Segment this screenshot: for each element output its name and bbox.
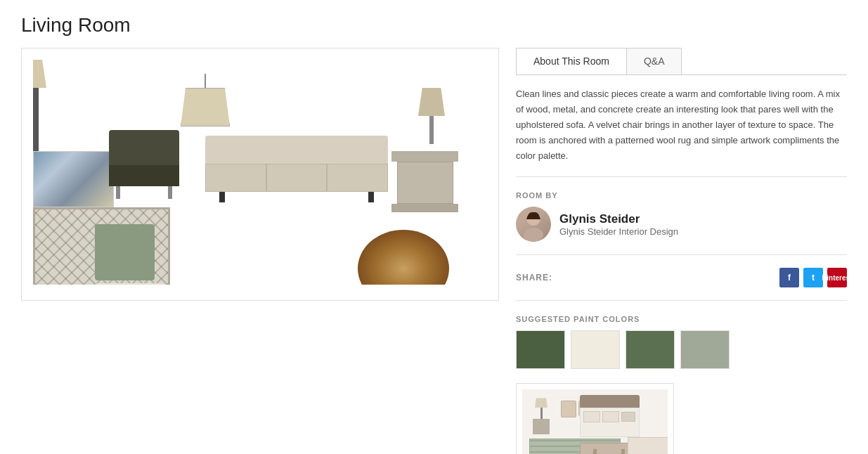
page-title: Living Room	[21, 14, 847, 37]
designer-info: Glynis Steider Glynis Steider Interior D…	[559, 212, 678, 237]
designer-company: Glynis Steider Interior Design	[559, 226, 678, 237]
room-by-label: ROOM BY	[516, 191, 847, 200]
mini-chair-bed	[628, 437, 668, 454]
room-description: Clean lines and classic pieces create a …	[516, 86, 847, 177]
moodboard-panel	[21, 48, 499, 301]
moodboard-inner	[33, 60, 487, 285]
share-label: SHARE:	[516, 273, 552, 283]
facebook-share-button[interactable]: f	[779, 268, 799, 287]
paint-section: SUGGESTED PAINT COLORS	[516, 315, 847, 369]
mini-bed	[580, 395, 640, 437]
right-panel: About This Room Q&A Clean lines and clas…	[516, 48, 847, 454]
avatar-placeholder	[516, 207, 551, 242]
tab-about[interactable]: About This Room	[516, 48, 627, 74]
paint-swatch-medium-green[interactable]	[626, 330, 675, 369]
paint-swatch-cream[interactable]	[571, 330, 620, 369]
share-buttons: f t Pinterest	[779, 268, 847, 287]
side-table-icon	[391, 151, 458, 212]
floor-lamp-icon	[33, 60, 39, 151]
twitter-share-button[interactable]: t	[803, 268, 823, 287]
paint-swatches	[516, 330, 847, 369]
designer-avatar	[516, 207, 551, 242]
table-lamp-icon	[418, 88, 445, 144]
sofa-icon	[205, 136, 388, 202]
paint-swatch-sage-grey[interactable]	[680, 330, 730, 369]
svg-point-1	[524, 228, 543, 242]
designer-name[interactable]: Glynis Steider	[559, 212, 678, 226]
related-room-thumbnail[interactable]	[516, 383, 674, 454]
designer-row: Glynis Steider Glynis Steider Interior D…	[516, 207, 847, 242]
room-by-section: ROOM BY Glynis Ste	[516, 191, 847, 255]
tabs-container: About This Room Q&A	[516, 48, 847, 75]
main-layout: About This Room Q&A Clean lines and clas…	[21, 48, 847, 454]
tab-qa[interactable]: Q&A	[626, 48, 682, 74]
mini-nightstand-lamp	[535, 398, 548, 420]
pendant-lamp-icon	[181, 74, 230, 123]
accent-chair-icon	[109, 130, 179, 199]
paint-label: SUGGESTED PAINT COLORS	[516, 315, 847, 323]
related-room-inner	[522, 389, 668, 454]
coffee-table-icon	[358, 230, 449, 285]
avatar-svg	[516, 207, 551, 242]
pinterest-share-button[interactable]: Pinterest	[827, 268, 847, 287]
paint-swatch-dark-green[interactable]	[516, 330, 565, 369]
painting-icon	[33, 151, 114, 207]
pillows-icon	[95, 224, 165, 285]
share-section: SHARE: f t Pinterest	[516, 268, 847, 301]
